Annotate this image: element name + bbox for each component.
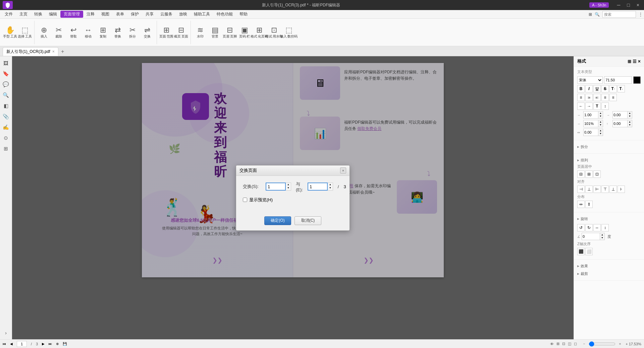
clip-toggle[interactable]: 裁剪 <box>577 270 641 278</box>
with-input[interactable] <box>308 183 328 191</box>
line-height-button[interactable]: ↕ <box>601 102 609 110</box>
font-select[interactable]: 宋体 <box>577 76 603 84</box>
page-number-input[interactable] <box>17 341 27 347</box>
header-footer-button[interactable]: ⊟ 页眉 页脚 <box>222 21 237 44</box>
menu-present[interactable]: 放映 <box>176 11 191 18</box>
font-color-box[interactable] <box>633 76 641 84</box>
background-button[interactable]: ▤ 背景 <box>208 21 222 44</box>
layout-icon[interactable]: ⊞ <box>589 12 592 17</box>
split-toggle[interactable]: 拆分 <box>577 143 641 151</box>
indent-right-button[interactable]: → <box>585 102 593 110</box>
sidebar-signature-icon[interactable]: ✍ <box>1 123 11 132</box>
pdf-viewport[interactable]: 欢 迎 来 到 福 昕 JOIN US 🕺 💃 🌿 <box>12 56 574 339</box>
sidebar-search-icon[interactable]: 🔍 <box>1 90 11 100</box>
menu-convert[interactable]: 转换 <box>31 11 46 18</box>
sidebar-bookmark-icon[interactable]: 🔖 <box>1 69 11 78</box>
dialog-close-button[interactable]: × <box>340 167 346 173</box>
panel-list-view-icon[interactable]: ☰ <box>633 59 637 64</box>
tab-close-button[interactable]: × <box>52 49 55 54</box>
cancel-button[interactable]: 取消(C) <box>294 216 321 225</box>
view-mode-icon[interactable]: 👁 <box>550 342 554 346</box>
zoom-slider[interactable] <box>589 341 615 347</box>
ocr-button[interactable]: ⊡ 暗试 用水印 <box>267 21 281 44</box>
menu-page-manage[interactable]: 页面管理 <box>60 11 83 18</box>
align-left-button[interactable]: ≡ <box>577 94 585 101</box>
exchange-down-arrow[interactable]: ▼ <box>286 186 291 190</box>
scale-down[interactable]: ▼ <box>598 123 603 126</box>
bold-button[interactable]: B <box>577 85 585 92</box>
prev-page-button[interactable]: ◀ <box>10 342 13 346</box>
align-tright-button[interactable]: ⊢ <box>593 186 601 193</box>
menu-file[interactable]: 文件 <box>1 11 16 18</box>
menu-protect[interactable]: 保护 <box>127 11 142 18</box>
spacing-up1[interactable]: ▲ <box>598 112 603 115</box>
menu-form[interactable]: 表单 <box>113 11 127 18</box>
crop-button[interactable]: ✂ 裁除 <box>51 21 66 44</box>
move-button[interactable]: ↔ 移动 <box>81 21 96 44</box>
watermark-button[interactable]: ≋ 水印 <box>193 21 208 44</box>
save-page-button[interactable]: 💾 <box>63 342 67 346</box>
scale-up[interactable]: ▲ <box>598 120 603 123</box>
scale-val[interactable] <box>583 120 598 127</box>
char-space-down[interactable]: ▼ <box>598 132 603 135</box>
rotate-up[interactable]: ▲ <box>600 233 604 236</box>
sidebar-expand-icon[interactable]: › <box>1 328 11 337</box>
sidebar-thumbnail-icon[interactable]: 🖼 <box>1 58 11 68</box>
two-page-icon[interactable]: ◻ <box>574 342 577 346</box>
preview-label[interactable]: 显示预览(H) <box>249 197 273 203</box>
dist-v-button[interactable]: ⇕ <box>585 201 593 208</box>
effect-toggle[interactable]: 效果 <box>577 262 641 270</box>
copy-button[interactable]: ⊞ 复制 <box>96 21 110 44</box>
sidebar-pages-icon[interactable]: ⊞ <box>1 144 11 153</box>
sidebar-stamp-icon[interactable]: ⊙ <box>1 133 11 143</box>
menu-help[interactable]: 帮助 <box>236 11 251 18</box>
fit-page-icon[interactable]: ⊞ <box>556 342 559 346</box>
page-range-button[interactable]: ⊞ 页面 范围 <box>159 21 174 44</box>
spacing-val1[interactable] <box>583 111 598 119</box>
menu-edit[interactable]: 编辑 <box>46 11 60 18</box>
more-icon[interactable]: ⋮ <box>639 12 643 17</box>
menu-assist[interactable]: 辅助工具 <box>191 11 213 18</box>
select-tool-button[interactable]: ⬚ 选择 工具 <box>17 21 32 44</box>
format-page-num-button[interactable]: ⊞ 格式 化页码 <box>252 21 267 44</box>
add-page-button[interactable]: ⊕ <box>56 342 59 346</box>
rotate-deg-input[interactable] <box>582 233 600 240</box>
align-center-button[interactable]: ⁝≡ <box>585 94 593 101</box>
panel-grid-view-icon[interactable]: ⊞ <box>628 59 631 64</box>
rotate-cw90-button[interactable]: ↻ <box>585 224 593 231</box>
superscript-button[interactable]: T↑ <box>609 85 617 92</box>
flip-v-button[interactable]: ↕ <box>601 224 609 231</box>
strikethrough-button[interactable]: S <box>601 85 609 92</box>
flip-h-button[interactable]: ↔ <box>593 224 601 231</box>
search-input[interactable] <box>602 11 636 18</box>
align-tcenter-button[interactable]: ⊥ <box>585 186 593 193</box>
align-ttop-button[interactable]: ⊤ <box>601 186 609 193</box>
font-size-input[interactable] <box>604 76 632 84</box>
offset-down[interactable]: ▼ <box>628 123 632 126</box>
cut-page-button[interactable]: ⊟ 截页 页面 <box>174 21 189 44</box>
next-page-button[interactable]: ▶ <box>42 342 45 346</box>
center-both-button[interactable]: ⊡ <box>593 170 601 178</box>
char-space-val[interactable] <box>583 129 598 136</box>
exchange-input[interactable] <box>266 183 286 191</box>
spacing-val2[interactable] <box>612 111 628 119</box>
menu-share[interactable]: 共享 <box>142 11 157 18</box>
page-num-button[interactable]: ▣ 页码 栏 <box>237 21 252 44</box>
insert-button[interactable]: ⊕ 插入 <box>37 21 51 44</box>
split-button[interactable]: ✂ 拆分 <box>125 21 140 44</box>
minimize-button[interactable]: ─ <box>615 2 622 8</box>
center-v-button[interactable]: ⊞ <box>585 170 593 178</box>
tab-main-doc[interactable]: 新人引导(1)_OCR(3).pdf × <box>3 47 58 56</box>
offset-up[interactable]: ▲ <box>628 120 632 123</box>
rotate-ccw90-button[interactable]: ↺ <box>577 224 585 231</box>
menu-comment[interactable]: 注释 <box>83 11 98 18</box>
indent-left-button[interactable]: ← <box>577 102 585 110</box>
sidebar-comment-icon[interactable]: 💬 <box>1 80 11 89</box>
arrange-toggle[interactable]: 排列 <box>577 156 641 164</box>
align-tleft-button[interactable]: ⊣ <box>577 186 585 193</box>
single-page-icon[interactable]: ◫ <box>568 342 571 346</box>
rotate-toggle[interactable]: 旋转 <box>577 215 641 223</box>
menu-home[interactable]: 主页 <box>16 11 31 18</box>
zoom-in-button[interactable]: ＋ <box>618 341 622 346</box>
menu-view[interactable]: 视图 <box>98 11 113 18</box>
